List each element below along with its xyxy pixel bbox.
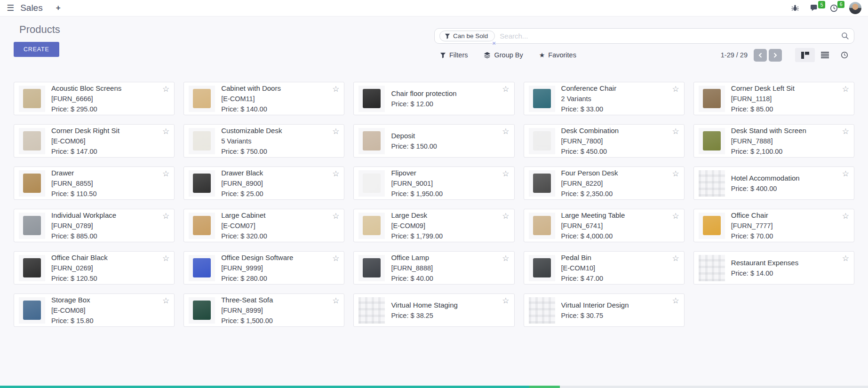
product-card[interactable]: Desk Combination [FURN_7800] Price: $ 45… (524, 124, 685, 158)
product-card[interactable]: Hotel Accommodation Price: $ 400.00 ☆ (693, 166, 854, 200)
create-button[interactable]: CREATE (14, 42, 59, 57)
product-card[interactable]: Office Chair Black [FURN_0269] Price: $ … (14, 251, 175, 285)
product-card[interactable]: Customizable Desk 5 Variants Price: $ 75… (183, 124, 344, 158)
favorite-star-icon[interactable]: ☆ (842, 85, 849, 93)
product-card[interactable]: Acoustic Bloc Screens [FURN_6666] Price:… (14, 82, 175, 115)
pager-previous-button[interactable] (754, 49, 767, 62)
product-card[interactable]: Virtual Home Staging Price: $ 38.25 ☆ (353, 293, 514, 327)
product-card[interactable]: Pedal Bin [E-COM10] Price: $ 47.00 ☆ (524, 251, 685, 285)
product-card[interactable]: Drawer [FURN_8855] Price: $ 110.50 ☆ (14, 166, 175, 200)
favorite-star-icon[interactable]: ☆ (842, 170, 849, 178)
favorite-star-icon[interactable]: ☆ (162, 170, 169, 178)
product-card[interactable]: Deposit Price: $ 150.00 ☆ (353, 124, 514, 158)
favorite-star-icon[interactable]: ☆ (162, 127, 169, 135)
product-card[interactable]: Large Meeting Table [FURN_6741] Price: $… (524, 209, 685, 242)
product-name: Hotel Accommodation (731, 173, 812, 183)
favorite-star-icon[interactable]: ☆ (672, 254, 679, 262)
product-image (189, 213, 215, 239)
activity-view-button[interactable] (835, 48, 854, 62)
favorite-star-icon[interactable]: ☆ (332, 85, 339, 93)
favorite-star-icon[interactable]: ☆ (162, 297, 169, 305)
favorite-star-icon[interactable]: ☆ (502, 212, 509, 220)
favorite-star-icon[interactable]: ☆ (332, 170, 339, 178)
product-card[interactable]: Three-Seat Sofa [FURN_8999] Price: $ 1,5… (183, 293, 344, 327)
favorite-star-icon[interactable]: ☆ (162, 85, 169, 93)
pager-value[interactable]: 1-29 / 29 (721, 51, 748, 59)
product-image (189, 255, 215, 281)
facet-remove-icon[interactable]: × (492, 40, 496, 47)
favorite-star-icon[interactable]: ☆ (332, 254, 339, 262)
favorite-star-icon[interactable]: ☆ (672, 212, 679, 220)
product-price: Price: $ 150.00 (391, 141, 437, 151)
product-name: Storage Box (51, 295, 103, 305)
search-facet-can-be-sold[interactable]: Can be Sold (439, 31, 495, 41)
favorite-star-icon[interactable]: ☆ (332, 212, 339, 220)
product-price: Price: $ 147.00 (51, 146, 132, 157)
list-view-button[interactable] (815, 48, 835, 62)
product-image (529, 86, 555, 112)
product-card[interactable]: Restaurant Expenses Price: $ 14.00 ☆ (693, 251, 854, 285)
product-name: Chair floor protection (391, 88, 469, 99)
favorite-star-icon[interactable]: ☆ (672, 127, 679, 135)
product-card[interactable]: Large Desk [E-COM09] Price: $ 1,799.00 ☆ (353, 209, 514, 242)
plus-icon[interactable]: + (56, 3, 61, 13)
favorite-star-icon[interactable]: ☆ (842, 212, 849, 220)
favorite-star-icon[interactable]: ☆ (502, 297, 509, 305)
product-card[interactable]: Chair floor protection Price: $ 12.00 ☆ (353, 82, 514, 115)
product-image (699, 128, 725, 154)
product-card[interactable]: Conference Chair 2 Variants Price: $ 33.… (524, 82, 685, 115)
product-card[interactable]: Drawer Black [FURN_8900] Price: $ 25.00 … (183, 166, 344, 200)
favorite-star-icon[interactable]: ☆ (332, 127, 339, 135)
favorite-star-icon[interactable]: ☆ (842, 127, 849, 135)
top-navbar: ☰ Sales + 5 6 (0, 0, 868, 16)
product-card[interactable]: Virtual Interior Design Price: $ 30.75 ☆ (524, 293, 685, 327)
product-image (189, 170, 215, 197)
product-card[interactable]: Office Chair [FURN_7777] Price: $ 70.00 … (693, 209, 854, 242)
product-image (358, 297, 385, 324)
product-card[interactable]: Individual Workplace [FURN_0789] Price: … (14, 209, 175, 242)
debug-bug-icon[interactable] (791, 4, 799, 12)
product-card[interactable]: Desk Stand with Screen [FURN_7888] Price… (693, 124, 854, 158)
product-card[interactable]: Four Person Desk [FURN_8220] Price: $ 2,… (524, 166, 685, 200)
pager-next-button[interactable] (769, 49, 782, 62)
product-image (19, 128, 45, 154)
favorite-star-icon[interactable]: ☆ (672, 85, 679, 93)
favorite-star-icon[interactable]: ☆ (502, 254, 509, 262)
product-card[interactable]: Large Cabinet [E-COM07] Price: $ 320.00 … (183, 209, 344, 242)
messages-badge: 5 (818, 1, 825, 8)
favorite-star-icon[interactable]: ☆ (162, 254, 169, 262)
product-price: Price: $ 40.00 (391, 273, 441, 284)
group-by-button[interactable]: Group By (484, 51, 523, 59)
favorites-button[interactable]: ★ Favorites (539, 51, 576, 59)
search-icon[interactable] (841, 32, 849, 40)
kanban-view-button[interactable] (795, 48, 815, 62)
favorite-star-icon[interactable]: ☆ (842, 254, 849, 262)
favorite-star-icon[interactable]: ☆ (162, 212, 169, 220)
filters-button[interactable]: Filters (440, 51, 468, 59)
product-name: Office Lamp (391, 253, 441, 263)
messages-icon[interactable]: 5 (810, 4, 819, 12)
favorite-star-icon[interactable]: ☆ (502, 127, 509, 135)
product-card[interactable]: Corner Desk Right Sit [E-COM06] Price: $… (14, 124, 175, 158)
product-price: Price: $ 47.00 (561, 273, 604, 284)
favorite-star-icon[interactable]: ☆ (502, 170, 509, 178)
product-card[interactable]: Office Lamp [FURN_8888] Price: $ 40.00 ☆ (353, 251, 514, 285)
product-card[interactable]: Flipover [FURN_9001] Price: $ 1,950.00 ☆ (353, 166, 514, 200)
product-card[interactable]: Corner Desk Left Sit [FURN_1118] Price: … (693, 82, 854, 115)
product-name: Customizable Desk (221, 126, 294, 136)
product-card[interactable]: Office Design Software [FURN_9999] Price… (183, 251, 344, 285)
favorite-star-icon[interactable]: ☆ (502, 85, 509, 93)
app-title[interactable]: Sales (20, 3, 43, 13)
search-input[interactable] (500, 32, 841, 40)
menu-hamburger-icon[interactable]: ☰ (7, 4, 14, 12)
favorite-star-icon[interactable]: ☆ (672, 170, 679, 178)
filter-funnel-icon (445, 33, 450, 39)
user-avatar[interactable] (849, 2, 861, 14)
activities-clock-icon[interactable]: 6 (830, 4, 838, 12)
product-name: Restaurant Expenses (731, 258, 811, 268)
favorite-star-icon[interactable]: ☆ (672, 297, 679, 305)
favorite-star-icon[interactable]: ☆ (332, 297, 339, 305)
product-card[interactable]: Cabinet with Doors [E-COM11] Price: $ 14… (183, 82, 344, 115)
kanban-icon (801, 52, 809, 59)
product-card[interactable]: Storage Box [E-COM08] Price: $ 15.80 ☆ (14, 293, 175, 327)
